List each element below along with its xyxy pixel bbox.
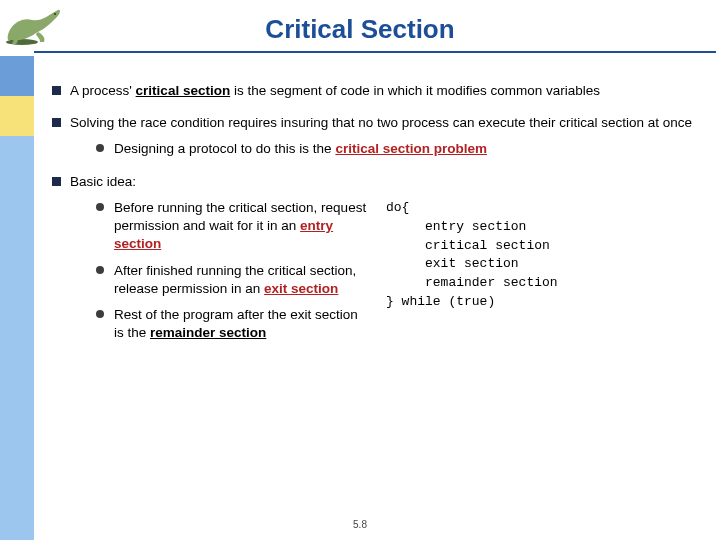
term-remainder-section: remainder section: [150, 325, 266, 340]
slide-content: A process' critical section is the segme…: [48, 82, 716, 364]
code-line: remainder section: [386, 275, 558, 290]
left-color-sidebar: [0, 56, 34, 540]
text-fragment: Solving the race condition requires insu…: [70, 115, 692, 130]
basic-idea-subbullets: Before running the critical section, req…: [70, 191, 370, 351]
code-line: do{: [386, 200, 409, 215]
text-fragment: Basic idea:: [70, 174, 136, 189]
term-critical-section: critical section: [136, 83, 231, 98]
dinosaur-icon: [2, 6, 66, 48]
title-underline: [34, 51, 716, 53]
bullet-race-condition: Solving the race condition requires insu…: [48, 114, 716, 158]
code-line: exit section: [386, 256, 519, 271]
text-fragment: A process': [70, 83, 136, 98]
subbullet-exit-section: After finished running the critical sect…: [70, 262, 370, 298]
pseudocode-block: do{ entry section critical section exit …: [386, 191, 716, 351]
code-line: critical section: [386, 238, 550, 253]
svg-point-1: [54, 13, 56, 15]
page-number: 5.8: [0, 519, 720, 530]
code-line: } while (true): [386, 294, 495, 309]
subbullet-remainder-section: Rest of the program after the exit secti…: [70, 306, 370, 342]
term-exit-section: exit section: [264, 281, 338, 296]
sidebar-band-lightblue: [0, 136, 34, 540]
text-fragment: Designing a protocol to do this is the: [114, 141, 335, 156]
bullet-basic-idea: Basic idea: Before running the critical …: [48, 173, 716, 351]
two-column-layout: Before running the critical section, req…: [70, 191, 716, 351]
bullet-critical-section-def: A process' critical section is the segme…: [48, 82, 716, 100]
dinosaur-logo: [2, 6, 66, 48]
subbullet-cs-problem: Designing a protocol to do this is the c…: [70, 140, 716, 158]
term-critical-section-problem: critical section problem: [335, 141, 487, 156]
code-line: entry section: [386, 219, 526, 234]
subbullet-entry-section: Before running the critical section, req…: [70, 199, 370, 254]
text-fragment: is the segment of code in which it modif…: [230, 83, 600, 98]
sidebar-band-yellow: [0, 96, 34, 136]
slide-title: Critical Section: [0, 0, 720, 51]
sidebar-band-blue: [0, 56, 34, 96]
